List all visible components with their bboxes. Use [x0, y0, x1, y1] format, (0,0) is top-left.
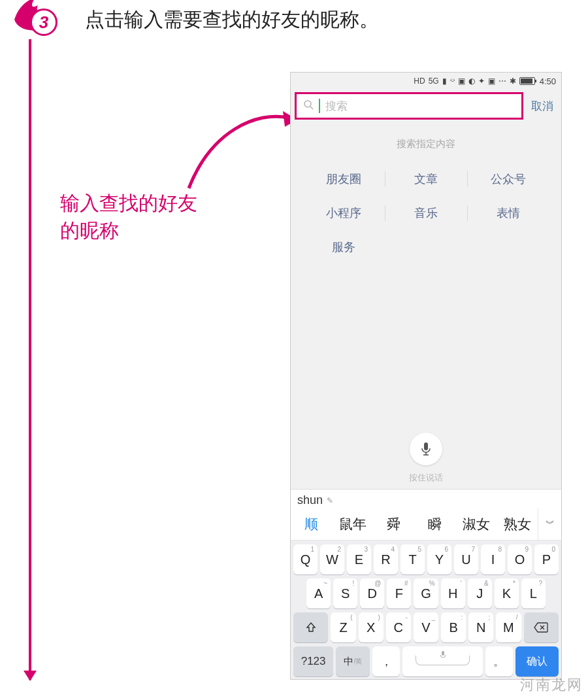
key-superscript: 9 [525, 546, 529, 553]
key-superscript: _ [431, 614, 435, 621]
step-connector-line [29, 39, 31, 680]
callout-line1: 输入查找的好友 [60, 190, 197, 217]
key-superscript: # [404, 580, 408, 587]
category-services[interactable]: 服务 [302, 230, 385, 264]
svg-rect-2 [424, 442, 428, 450]
key-superscript: & [484, 580, 489, 587]
network-5g-icon: 5G [429, 76, 439, 86]
keyboard: Q1W2E3R4T5Y6U7I8O9P0 A~S!D@F#G%H'J&K*L? … [291, 541, 561, 679]
key-g[interactable]: G% [414, 578, 438, 608]
key-i[interactable]: I8 [481, 544, 505, 575]
key-k[interactable]: K* [495, 578, 519, 608]
edit-icon[interactable]: ✎ [327, 496, 333, 505]
cancel-button[interactable]: 取消 [523, 99, 556, 114]
ime-candidate[interactable]: 顺 [291, 508, 332, 540]
ime-candidate[interactable]: 淑女 [455, 508, 497, 540]
key-l[interactable]: L? [521, 578, 546, 608]
key-d[interactable]: D@ [360, 578, 384, 608]
ime-candidate-row: 顺 鼠年 舜 瞬 淑女 熟女 ︾ [291, 508, 561, 541]
search-categories: 朋友圈 文章 公众号 小程序 音乐 表情 服务 [291, 162, 561, 264]
status-bar: HD 5G ▮ ⌔ ▣ ◐ ✦ ▣ ⋯ ✱ 4:50 [291, 73, 561, 90]
ime-more-candidates[interactable]: ︾ [538, 508, 561, 540]
hd-icon: HD [414, 76, 425, 86]
period-key[interactable]: 。 [485, 646, 513, 676]
key-u[interactable]: U7 [454, 544, 478, 575]
ime-candidate[interactable]: 舜 [373, 508, 414, 540]
key-w[interactable]: W2 [320, 544, 344, 575]
key-m[interactable]: M/ [496, 612, 521, 642]
key-f[interactable]: F# [387, 578, 411, 608]
key-superscript: 4 [391, 546, 395, 553]
key-superscript: 8 [498, 546, 502, 553]
lang-sub: /英 [354, 657, 363, 666]
lang-main: 中 [344, 656, 353, 668]
key-a[interactable]: A~ [306, 578, 331, 608]
backspace-key[interactable] [524, 612, 559, 642]
signal-icon: ▮ [442, 76, 447, 86]
chat-icon: ✦ [478, 76, 485, 86]
voice-hint: 按住说话 [409, 472, 443, 484]
key-x[interactable]: X) [359, 612, 384, 642]
key-z[interactable]: Z( [331, 612, 355, 642]
category-articles[interactable]: 文章 [385, 162, 467, 196]
key-v[interactable]: V_ [414, 612, 438, 642]
ime-candidate[interactable]: 瞬 [414, 508, 455, 540]
search-bar-row: 搜索 取消 [291, 90, 561, 122]
key-y[interactable]: Y6 [427, 544, 451, 575]
microphone-icon [438, 650, 448, 659]
voice-input-button[interactable] [410, 433, 442, 465]
key-superscript: 6 [444, 546, 448, 553]
key-j[interactable]: J& [468, 578, 492, 608]
key-superscript: 5 [417, 546, 421, 553]
key-superscript: ~ [323, 580, 327, 587]
key-superscript: * [513, 580, 515, 587]
key-superscript: - [406, 614, 408, 621]
more-icon: ⋯ [498, 76, 506, 86]
key-superscript: : [461, 614, 463, 621]
step-number-badge: 3 [30, 8, 57, 36]
text-cursor [319, 99, 320, 113]
category-music[interactable]: 音乐 [385, 196, 467, 230]
svg-point-0 [304, 101, 311, 107]
key-o[interactable]: O9 [508, 544, 532, 575]
svg-rect-7 [442, 651, 444, 656]
key-h[interactable]: H' [441, 578, 465, 608]
key-superscript: 1 [310, 546, 314, 553]
search-input[interactable]: 搜索 [295, 92, 523, 120]
bluetooth-icon: ✱ [510, 76, 516, 86]
key-superscript: ; [489, 614, 491, 621]
key-n[interactable]: N; [468, 612, 493, 642]
category-stickers[interactable]: 表情 [467, 196, 549, 230]
category-official-accounts[interactable]: 公众号 [467, 162, 549, 196]
ime-panel: shun ✎ 顺 鼠年 舜 瞬 淑女 熟女 ︾ Q1W2E3R4T5Y6U7I8… [291, 489, 561, 679]
key-superscript: 0 [551, 546, 555, 553]
status-app-icon: ▣ [488, 76, 495, 86]
key-b[interactable]: B: [441, 612, 466, 642]
language-key[interactable]: 中/英 [336, 646, 370, 676]
key-c[interactable]: C- [386, 612, 411, 642]
key-t[interactable]: T5 [400, 544, 425, 575]
shift-icon [305, 622, 317, 633]
enter-key[interactable]: 确认 [515, 646, 559, 676]
key-e[interactable]: E3 [347, 544, 371, 575]
space-key[interactable] [402, 646, 482, 676]
wifi-icon: ⌔ [450, 76, 455, 86]
microphone-icon [420, 442, 432, 456]
key-superscript: % [429, 580, 435, 587]
key-r[interactable]: R4 [374, 544, 398, 575]
category-moments[interactable]: 朋友圈 [302, 162, 385, 196]
search-placeholder: 搜索 [325, 99, 348, 114]
phone-frame: HD 5G ▮ ⌔ ▣ ◐ ✦ ▣ ⋯ ✱ 4:50 搜索 取消 搜索指定内容 … [290, 72, 562, 680]
key-s[interactable]: S! [333, 578, 357, 608]
key-p[interactable]: P0 [534, 544, 559, 575]
shift-key[interactable] [293, 612, 328, 642]
comma-key[interactable]: ， [372, 646, 400, 676]
numbers-key[interactable]: ?123 [293, 646, 333, 676]
ime-candidate[interactable]: 鼠年 [332, 508, 373, 540]
globe-icon: ◐ [468, 76, 475, 86]
key-q[interactable]: Q1 [293, 544, 318, 575]
backspace-icon [534, 622, 548, 633]
category-miniprograms[interactable]: 小程序 [302, 196, 385, 230]
key-superscript: / [516, 614, 518, 621]
ime-candidate[interactable]: 熟女 [497, 508, 538, 540]
